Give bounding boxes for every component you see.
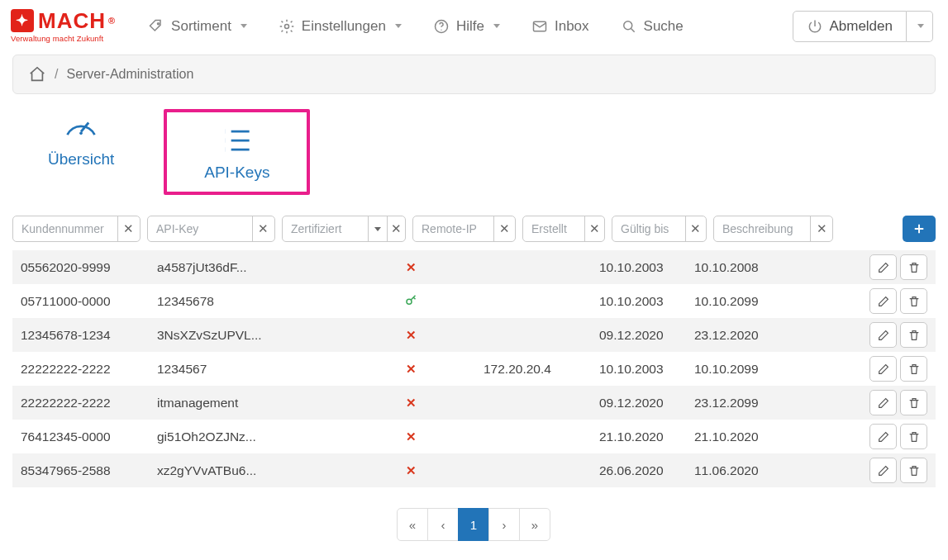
filter-clear[interactable]: ✕	[387, 216, 405, 241]
cell-zertifiziert: ✕	[347, 386, 475, 420]
nav-sortiment[interactable]: Sortiment	[136, 12, 259, 40]
cell-zertifiziert: ✕	[347, 420, 475, 453]
filter-dropdown[interactable]	[368, 216, 386, 241]
delete-button[interactable]	[900, 458, 927, 483]
delete-button[interactable]	[900, 424, 927, 449]
x-icon: ✕	[406, 463, 417, 477]
add-button[interactable]	[903, 216, 936, 242]
page-prev[interactable]: ‹	[427, 508, 459, 541]
cell-remoteip	[475, 318, 591, 352]
filter-clear[interactable]: ✕	[584, 216, 604, 241]
filter-erstellt-input[interactable]	[523, 216, 584, 241]
cell-gueltig: 10.10.2099	[686, 284, 781, 318]
delete-button[interactable]	[900, 288, 927, 314]
filter-clear[interactable]: ✕	[810, 216, 832, 241]
power-icon	[807, 18, 823, 35]
cell-apikey: 12345678	[149, 284, 347, 318]
nav-suche-label: Suche	[644, 18, 684, 35]
list-icon	[219, 122, 255, 159]
cell-erstellt: 26.06.2020	[591, 453, 686, 487]
table-row: 12345678-12343NsXZvSzUPVL...✕09.12.20202…	[12, 318, 936, 352]
filter-apikey-input[interactable]	[148, 216, 252, 241]
filter-kundennummer-input[interactable]	[13, 216, 117, 241]
nav-einstellungen-label: Einstellungen	[302, 18, 386, 35]
edit-button[interactable]	[869, 254, 897, 280]
top-bar: ✦ MACH ® Verwaltung macht Zukunft Sortim…	[2, 2, 946, 48]
filter-zertifiziert-input[interactable]	[283, 216, 368, 241]
delete-button[interactable]	[900, 390, 927, 415]
cell-beschreibung	[781, 284, 861, 318]
table-row: 05711000-00001234567810.10.200310.10.209…	[12, 284, 936, 318]
cell-gueltig: 21.10.2020	[686, 420, 781, 453]
cell-zertifiziert: ✕	[347, 250, 475, 284]
brand-tagline: Verwaltung macht Zukunft	[11, 34, 116, 43]
cell-erstellt: 21.10.2020	[591, 420, 686, 453]
cell-beschreibung	[781, 250, 861, 284]
mail-icon	[531, 18, 548, 35]
cell-remoteip	[475, 250, 591, 284]
table-row: 76412345-0000gi51Oh2OZJNz...✕21.10.20202…	[12, 420, 936, 453]
svg-point-0	[158, 22, 160, 24]
edit-button[interactable]	[869, 322, 897, 348]
filter-beschreibung-input[interactable]	[714, 216, 810, 241]
filter-beschreibung: ✕	[713, 216, 833, 242]
nav-suche[interactable]: Suche	[609, 12, 695, 40]
filter-remoteip: ✕	[412, 216, 516, 242]
nav-einstellungen[interactable]: Einstellungen	[267, 12, 413, 40]
x-icon: ✕	[406, 429, 417, 444]
home-icon[interactable]	[28, 65, 46, 83]
tab-overview-label: Übersicht	[48, 150, 114, 168]
filter-clear[interactable]: ✕	[117, 216, 140, 241]
cell-remoteip	[475, 453, 591, 487]
cell-kundennummer: 05562020-9999	[12, 250, 149, 284]
page-last[interactable]: »	[519, 508, 550, 541]
edit-button[interactable]	[869, 356, 897, 382]
brand-reg: ®	[108, 17, 116, 26]
main-nav: Sortiment Einstellungen Hilfe Inbox Such…	[136, 12, 695, 40]
cell-zertifiziert: ✕	[347, 318, 475, 352]
edit-button[interactable]	[869, 458, 897, 483]
filter-clear[interactable]: ✕	[685, 216, 706, 241]
cell-erstellt: 10.10.2003	[591, 284, 686, 318]
table-row: 85347965-2588xz2gYVvATBu6...✕26.06.20201…	[12, 453, 936, 487]
filter-remoteip-input[interactable]	[413, 216, 493, 241]
cell-erstellt: 10.10.2003	[591, 250, 686, 284]
filter-kundennummer: ✕	[12, 216, 141, 242]
breadcrumb-current[interactable]: Server-Administration	[66, 67, 193, 82]
page-next[interactable]: ›	[488, 508, 520, 541]
cell-kundennummer: 85347965-2588	[12, 453, 149, 487]
apikey-table: 05562020-9999a4587jUt36dF...✕10.10.20031…	[12, 250, 936, 487]
cell-erstellt: 09.12.2020	[591, 318, 686, 352]
delete-button[interactable]	[900, 254, 927, 280]
brand-name: MACH	[38, 10, 106, 31]
logout-button[interactable]: Abmelden	[793, 11, 907, 42]
tab-apikeys[interactable]: API-Keys	[164, 109, 310, 195]
tab-overview[interactable]: Übersicht	[48, 109, 114, 195]
filter-clear[interactable]: ✕	[493, 216, 515, 241]
breadcrumb: Server-Administration	[12, 55, 936, 94]
delete-button[interactable]	[900, 322, 927, 348]
nav-hilfe-label: Hilfe	[456, 18, 484, 35]
cell-apikey: xz2gYVvATBu6...	[149, 453, 347, 487]
page-current[interactable]: 1	[458, 508, 489, 541]
cell-zertifiziert: ✕	[347, 352, 475, 386]
table-row: 05562020-9999a4587jUt36dF...✕10.10.20031…	[12, 250, 936, 284]
cell-beschreibung	[781, 386, 861, 420]
edit-button[interactable]	[869, 288, 897, 314]
filter-clear[interactable]: ✕	[252, 216, 274, 241]
edit-button[interactable]	[869, 390, 897, 415]
delete-button[interactable]	[900, 356, 927, 382]
nav-inbox[interactable]: Inbox	[520, 12, 601, 40]
filter-gueltig-input[interactable]	[612, 216, 685, 241]
cell-gueltig: 10.10.2099	[686, 352, 781, 386]
svg-point-5	[623, 21, 631, 29]
plus-icon	[912, 221, 927, 236]
filter-gueltig: ✕	[612, 216, 707, 242]
page-first[interactable]: «	[397, 508, 428, 541]
cell-beschreibung	[781, 318, 861, 352]
logout-dropdown[interactable]	[907, 11, 933, 42]
caret-icon	[493, 24, 500, 28]
cell-remoteip	[475, 386, 591, 420]
edit-button[interactable]	[869, 424, 897, 449]
nav-hilfe[interactable]: Hilfe	[422, 12, 512, 40]
